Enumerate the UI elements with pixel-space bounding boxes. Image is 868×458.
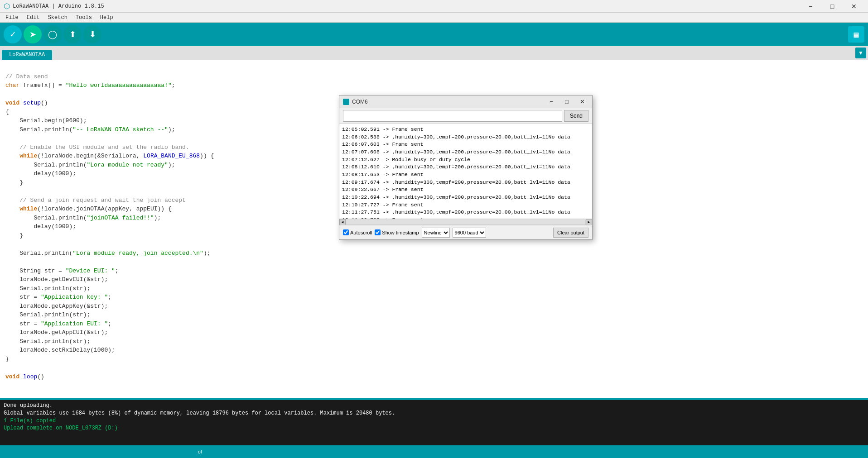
status-bar: of	[0, 445, 868, 458]
serial-monitor-output[interactable]: 12:05:02.591 -> Frame sent 12:06:02.588 …	[339, 124, 592, 219]
tab-label: LoRaWANOTAA	[9, 52, 45, 58]
sm-output-line: 12:09:22.667 -> Frame sent	[342, 186, 589, 194]
title-bar-controls: − □ ✕	[800, 0, 864, 13]
scroll-right-arrow[interactable]: ▶	[586, 219, 592, 225]
scroll-track[interactable]	[346, 219, 586, 225]
title-bar: ⬡ LoRaWANOTAA | Arduino 1.8.15 − □ ✕	[0, 0, 868, 13]
minimize-button[interactable]: −	[800, 0, 821, 13]
tab-dropdown-button[interactable]: ▼	[855, 48, 866, 58]
sm-output-line: 12:09:17.674 -> ,humidity=300,tempf=200,…	[342, 179, 589, 186]
serial-monitor-input[interactable]	[343, 110, 562, 122]
show-timestamp-label[interactable]: Show timestamp	[375, 229, 419, 235]
autoscroll-label[interactable]: Autoscroll	[343, 229, 372, 235]
status-text: of	[5, 449, 202, 454]
menu-edit[interactable]: Edit	[23, 14, 43, 22]
sm-output-line: 12:05:02.591 -> Frame sent	[342, 126, 589, 134]
sm-output-line: 12:06:02.588 -> ,humidity=300,tempf=200,…	[342, 134, 589, 141]
debug-button[interactable]: ◯	[43, 25, 62, 43]
console-line: Done uploading.	[4, 402, 864, 410]
console-line: Upload complete on NODE_L073RZ (D:)	[4, 425, 864, 432]
window-title: LoRaWANOTAA | Arduino 1.8.15	[13, 3, 104, 10]
autoscroll-text: Autoscroll	[350, 230, 372, 235]
serial-monitor-input-row: Send	[339, 108, 592, 124]
sm-output-line: 12:10:22.694 -> ,humidity=300,tempf=200,…	[342, 194, 589, 201]
sm-output-line: 12:10:27.727 -> Frame sent	[342, 201, 589, 209]
scroll-left-arrow[interactable]: ◀	[339, 219, 346, 225]
sm-output-line: 12:08:17.653 -> Frame sent	[342, 171, 589, 179]
toolbar: ✓ ➤ ◯ ⬆ ⬇ ▤	[0, 23, 868, 46]
show-timestamp-checkbox[interactable]	[375, 229, 381, 235]
maximize-button[interactable]: □	[822, 0, 843, 13]
clear-output-button[interactable]: Clear output	[553, 228, 588, 238]
serial-monitor-bottom-bar: Autoscroll Show timestamp Newline 9600 b…	[339, 225, 592, 239]
console-area: Done uploading. Global variables use 168…	[0, 400, 868, 445]
menu-sketch[interactable]: Sketch	[44, 14, 71, 22]
menu-bar: File Edit Sketch Tools Help	[0, 13, 868, 23]
autoscroll-checkbox[interactable]	[343, 229, 349, 235]
menu-help[interactable]: Help	[96, 14, 117, 22]
newline-select[interactable]: Newline	[422, 228, 450, 238]
menu-tools[interactable]: Tools	[72, 14, 96, 22]
console-line: 1 File(s) copied	[4, 417, 864, 425]
serial-monitor-maximize-button[interactable]: □	[560, 97, 573, 107]
sm-output-line: 12:11:27.751 -> ,humidity=300,tempf=200,…	[342, 209, 589, 216]
serial-monitor-send-button[interactable]: Send	[564, 110, 588, 122]
serial-monitor-title-text: COM6	[352, 99, 542, 105]
serial-monitor-title-icon	[343, 99, 349, 105]
serial-monitor-scrollbar-h[interactable]: ◀ ▶	[339, 219, 592, 225]
tab-lorawan[interactable]: LoRaWANOTAA	[2, 50, 52, 60]
app-icon: ⬡	[4, 2, 10, 11]
serial-monitor-output-area: 12:05:02.591 -> Frame sent 12:06:02.588 …	[339, 124, 592, 219]
tab-bar: LoRaWANOTAA ▼	[0, 46, 868, 60]
new-button[interactable]: ⬆	[63, 25, 82, 43]
serial-monitor-icon[interactable]: ▤	[848, 26, 864, 43]
sm-output-line: 12:07:12.627 -> Module busy or duty cycl…	[342, 156, 589, 164]
sm-output-line: 12:08:12.610 -> ,humidity=300,tempf=200,…	[342, 163, 589, 171]
close-button[interactable]: ✕	[844, 0, 864, 13]
sm-output-line: 12:06:07.603 -> Frame sent	[342, 141, 589, 148]
sm-output-line: 12:07:07.608 -> ,humidity=300,tempf=200,…	[342, 148, 589, 156]
serial-monitor-title-bar: COM6 − □ ✕	[339, 95, 592, 108]
verify-button[interactable]: ✓	[4, 25, 22, 43]
serial-monitor-window: COM6 − □ ✕ Send 12:05:02.591 -> Frame se…	[339, 95, 593, 240]
menu-file[interactable]: File	[2, 14, 22, 22]
show-timestamp-text: Show timestamp	[382, 230, 419, 235]
serial-monitor-close-button[interactable]: ✕	[576, 97, 588, 107]
serial-monitor-minimize-button[interactable]: −	[545, 97, 558, 107]
open-button[interactable]: ⬇	[83, 25, 101, 43]
upload-button[interactable]: ➤	[24, 25, 42, 43]
console-line: Global variables use 1684 bytes (8%) of …	[4, 410, 864, 417]
baud-rate-select[interactable]: 9600 baud	[453, 228, 486, 238]
title-bar-left: ⬡ LoRaWANOTAA | Arduino 1.8.15	[4, 2, 104, 11]
